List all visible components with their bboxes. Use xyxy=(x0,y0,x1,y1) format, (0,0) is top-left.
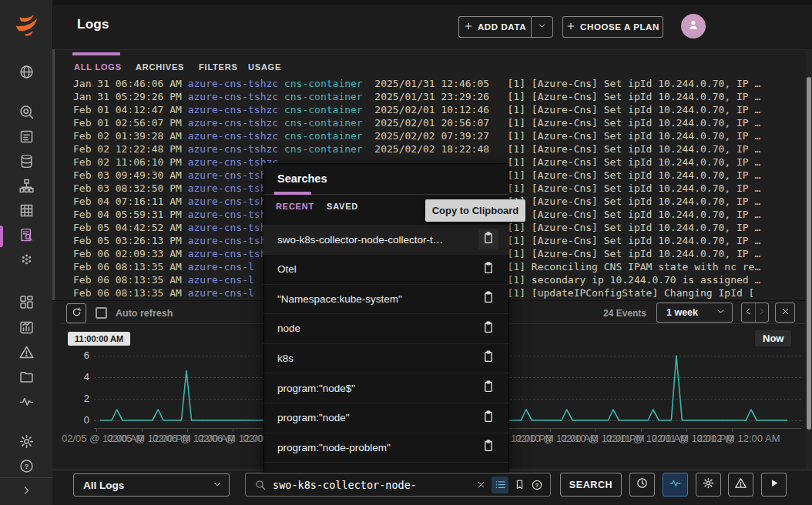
person-icon xyxy=(686,18,700,35)
sidebar-item-settings[interactable] xyxy=(0,431,52,454)
refresh-button[interactable] xyxy=(66,303,86,323)
sidebar-item-projects-folder[interactable] xyxy=(0,366,52,390)
recent-search-item[interactable]: swo-k8s-collector-node-collector-t… xyxy=(263,225,509,255)
tab-usage[interactable]: USAGE xyxy=(248,62,281,72)
search-item-label: program:"node" xyxy=(277,412,478,423)
copy-to-clipboard-button[interactable] xyxy=(478,289,498,309)
infrastructure-grid-icon xyxy=(18,202,35,222)
tab-recent[interactable]: RECENT xyxy=(276,202,314,211)
settings-button[interactable] xyxy=(696,473,721,497)
copy-to-clipboard-button[interactable] xyxy=(478,378,498,398)
help-icon: ? xyxy=(18,458,35,477)
search-input[interactable] xyxy=(273,479,471,491)
recent-search-item[interactable]: Otel xyxy=(263,255,509,285)
log-row[interactable]: Jan 31 05:29:26 PM azure-cns-tshzc cns-c… xyxy=(73,90,760,103)
copy-to-clipboard-button[interactable] xyxy=(478,229,498,249)
recent-search-item[interactable]: "Namespace:kube-system" xyxy=(263,284,509,314)
x-axis-tick xyxy=(96,428,97,432)
next-range-button[interactable] xyxy=(755,303,769,322)
alerts-button[interactable] xyxy=(728,473,753,497)
clipboard-icon xyxy=(481,380,495,396)
sidebar-item-services[interactable] xyxy=(0,249,52,273)
search-icon xyxy=(254,479,267,491)
choose-plan-button[interactable]: CHOOSE A PLAN xyxy=(562,16,663,38)
auto-refresh-label: Auto refresh xyxy=(116,308,173,319)
sidebar-item-logs[interactable] xyxy=(0,225,52,248)
gear-icon xyxy=(702,477,715,493)
sidebar-item-entity-explorer[interactable] xyxy=(0,102,52,125)
search-help-icon[interactable]: ? xyxy=(531,479,543,491)
live-tail-chart-button[interactable] xyxy=(663,473,688,497)
sidebar-item-reports[interactable] xyxy=(0,126,52,149)
x-axis-tick xyxy=(550,428,551,432)
add-data-button[interactable]: ADD DATA xyxy=(458,16,531,38)
log-row[interactable]: Feb 01 02:56:07 PM azure-cns-tshzc cns-c… xyxy=(73,116,760,129)
log-row[interactable]: Feb 02 01:39:28 AM azure-cns-tshzc cns-c… xyxy=(73,129,760,142)
add-data-menu-button[interactable] xyxy=(531,16,553,38)
play-icon xyxy=(768,477,780,492)
search-item-label: "Namespace:kube-system" xyxy=(277,293,478,305)
bookmark-icon[interactable] xyxy=(514,479,525,490)
recent-search-item[interactable]: k8s xyxy=(263,343,509,373)
sidebar-item-analytics[interactable] xyxy=(0,317,52,340)
plus-icon xyxy=(464,22,473,32)
refresh-icon xyxy=(71,306,82,321)
clock-icon xyxy=(636,477,649,493)
copy-to-clipboard-button[interactable] xyxy=(478,437,498,457)
recent-search-item[interactable]: node xyxy=(263,314,509,344)
search-item-label: program:"node-problem" xyxy=(277,442,478,453)
solarwinds-logo[interactable] xyxy=(11,9,42,38)
recent-search-item[interactable]: program:"node$" xyxy=(263,373,509,403)
copy-to-clipboard-button[interactable] xyxy=(478,348,498,368)
clipboard-icon xyxy=(481,439,495,456)
log-row[interactable]: Feb 01 04:12:47 AM azure-cns-tshzc cns-c… xyxy=(73,103,760,116)
tab-all-logs[interactable]: ALL LOGS xyxy=(74,62,122,72)
auto-refresh-checkbox[interactable] xyxy=(96,307,107,319)
copy-to-clipboard-button[interactable] xyxy=(478,319,498,339)
log-row[interactable]: Feb 02 12:22:48 PM azure-cns-tshzc cns-c… xyxy=(73,142,760,156)
svg-text:?: ? xyxy=(24,462,29,470)
top-strip xyxy=(0,0,812,5)
scrollbar-thumb[interactable] xyxy=(807,77,811,430)
recent-search-item[interactable]: program:"node" xyxy=(263,403,509,433)
sidebar-item-alerts[interactable] xyxy=(0,342,52,365)
prev-range-button[interactable] xyxy=(742,303,755,322)
sidebar-item-dashboards[interactable] xyxy=(0,292,52,315)
log-row[interactable]: Jan 31 06:46:06 AM azure-cns-tshzc cns-c… xyxy=(73,77,760,90)
sidebar-item-infrastructure-grid[interactable] xyxy=(0,200,52,223)
time-range-select[interactable]: 1 week xyxy=(656,303,733,323)
sidebar-item-apm-pulse[interactable] xyxy=(0,391,52,414)
sidebar-item-globe[interactable] xyxy=(0,62,52,85)
sidebar-item-topology[interactable] xyxy=(0,176,52,199)
add-data-split-button: ADD DATA xyxy=(458,16,553,38)
copy-to-clipboard-button[interactable] xyxy=(478,259,498,279)
apm-pulse-icon xyxy=(18,393,35,413)
logs-icon xyxy=(18,227,35,246)
search-button-label: SEARCH xyxy=(569,480,612,490)
services-icon xyxy=(18,252,35,271)
x-axis-tick xyxy=(732,428,733,432)
query-list-icon[interactable] xyxy=(492,477,508,493)
history-button[interactable] xyxy=(629,473,655,497)
user-avatar[interactable] xyxy=(681,14,706,38)
settings-icon xyxy=(18,433,35,453)
sidebar-item-databases[interactable] xyxy=(0,151,52,174)
chevron-down-icon xyxy=(716,306,726,319)
tab-archives[interactable]: ARCHIVES xyxy=(136,62,184,72)
logs-app: ? Logs ADD DATA CHOOSE A PLAN ALL LOGSAR… xyxy=(0,0,812,505)
log-scope-value: All Logs xyxy=(83,480,124,491)
x-axis-tick xyxy=(596,428,596,432)
search-button[interactable]: SEARCH xyxy=(560,473,622,497)
copy-to-clipboard-button[interactable] xyxy=(478,408,498,428)
clear-search-icon[interactable] xyxy=(476,480,486,490)
projects-folder-icon xyxy=(18,369,35,388)
sidebar-expand-button[interactable] xyxy=(0,477,52,505)
recent-search-item[interactable]: program:"node-problem" xyxy=(263,433,509,463)
close-timeline-button[interactable] xyxy=(775,303,795,323)
play-button[interactable] xyxy=(761,473,787,497)
reports-icon xyxy=(18,129,35,148)
tab-saved[interactable]: SAVED xyxy=(327,202,358,211)
sidebar-item-help[interactable]: ? xyxy=(0,456,52,479)
tab-filters[interactable]: FILTERS xyxy=(199,62,238,72)
log-scope-select[interactable]: All Logs xyxy=(73,473,230,497)
